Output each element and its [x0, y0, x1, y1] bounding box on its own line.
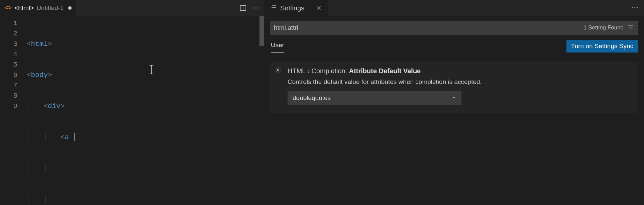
- code-line-current: │ │ <a: [27, 132, 264, 142]
- code-line: <body>: [27, 70, 264, 80]
- settings-scope-row: User Turn on Settings Sync: [270, 39, 638, 53]
- svg-point-12: [637, 7, 638, 8]
- search-result-count: 1 Setting Found: [583, 24, 624, 31]
- setting-item: HTML › Completion: Attribute Default Val…: [270, 62, 638, 113]
- more-actions-icon[interactable]: [631, 4, 639, 11]
- settings-tab-label: Settings: [280, 4, 304, 12]
- settings-tab-bar: Settings: [264, 0, 644, 16]
- scope-tab-user[interactable]: User: [271, 39, 284, 53]
- editor-tab[interactable]: <> <html> Untitled-1: [0, 0, 76, 16]
- setting-crumb: HTML › Completion:: [288, 67, 349, 75]
- svg-point-11: [635, 7, 636, 8]
- editor-body[interactable]: 1 2 3 4 5 6 7 8 9 <html> <body> │ <div> …: [0, 16, 264, 205]
- line-number: 3: [0, 39, 17, 49]
- svg-point-4: [257, 7, 258, 8]
- editor-tab-bar: <> <html> Untitled-1: [0, 0, 264, 16]
- line-number: 2: [0, 28, 17, 39]
- dirty-indicator-icon: [68, 6, 72, 10]
- line-number: 9: [0, 101, 17, 111]
- setting-name: Attribute Default Value: [349, 67, 421, 75]
- line-number: 4: [0, 49, 17, 60]
- line-number: 8: [0, 91, 17, 101]
- line-number: 1: [0, 18, 17, 28]
- split-editor-icon[interactable]: [239, 4, 247, 12]
- line-number: 7: [0, 80, 17, 91]
- gear-icon[interactable]: [275, 67, 282, 75]
- filter-icon[interactable]: [627, 23, 634, 32]
- tab-file-name: Untitled-1: [36, 4, 64, 12]
- svg-point-16: [278, 69, 279, 71]
- code-line: <html>: [27, 39, 264, 49]
- line-number: 6: [0, 70, 17, 80]
- settings-pane: Settings 1 Setting Found User Turn on Se…: [264, 0, 644, 205]
- editor-tab-actions: [239, 4, 264, 12]
- svg-point-3: [255, 7, 256, 8]
- settings-sync-button[interactable]: Turn on Settings Sync: [566, 40, 638, 53]
- code-line: │ │: [27, 194, 264, 205]
- editor-scrollbar[interactable]: [259, 16, 264, 46]
- setting-dropdown[interactable]: doublequotes: [288, 91, 461, 105]
- chevron-down-icon: [452, 95, 456, 101]
- settings-list-icon: [270, 4, 277, 12]
- setting-description: Controls the default value for attribute…: [288, 78, 632, 86]
- settings-content: 1 Setting Found User Turn on Settings Sy…: [264, 16, 644, 113]
- settings-tab[interactable]: Settings: [264, 0, 328, 16]
- code-line: │ │: [27, 163, 264, 174]
- text-cursor: [74, 133, 75, 141]
- editor-pane: <> <html> Untitled-1 1 2 3 4 5 6 7 8 9: [0, 0, 264, 205]
- code-line: │ <div>: [27, 101, 264, 111]
- tab-file-type: <html>: [14, 4, 34, 12]
- svg-point-10: [632, 7, 633, 8]
- line-number: 5: [0, 60, 17, 70]
- line-gutter: 1 2 3 4 5 6 7 8 9: [0, 18, 27, 205]
- settings-search-input[interactable]: [274, 24, 583, 31]
- more-actions-icon[interactable]: [251, 4, 259, 12]
- svg-point-2: [252, 7, 253, 8]
- settings-search-row: 1 Setting Found: [270, 21, 638, 35]
- html-file-icon: <>: [5, 4, 12, 11]
- code-area[interactable]: <html> <body> │ <div> │ │ <a │ │ │ │ │ <…: [27, 18, 264, 205]
- dropdown-value: doublequotes: [293, 94, 331, 102]
- close-icon[interactable]: [316, 5, 322, 11]
- setting-title: HTML › Completion: Attribute Default Val…: [288, 67, 632, 75]
